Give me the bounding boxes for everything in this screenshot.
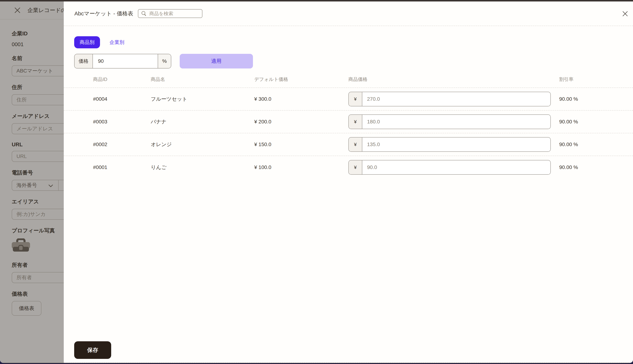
apply-button[interactable]: 適用 <box>180 54 253 68</box>
table-row: #0003 バナナ ¥ 200.0 ¥ 90.00 % <box>64 110 633 133</box>
price-table-modal: Abcマーケット - 価格表 商品別 企業別 <box>64 2 633 363</box>
product-price-group: ¥ <box>348 114 551 129</box>
product-price-group: ¥ <box>348 160 551 175</box>
col-header-discount: 割引率 <box>559 76 633 82</box>
table-row: #0004 フルーツセット ¥ 300.0 ¥ 90.00 % <box>64 88 633 110</box>
tab-by-company[interactable]: 企業別 <box>110 39 124 46</box>
default-price-cell: ¥ 300.0 <box>254 96 348 102</box>
yen-prefix-label: ¥ <box>349 92 362 106</box>
modal-title: Abcマーケット - 価格表 <box>74 10 133 18</box>
tabs: 商品別 企業別 <box>74 36 633 48</box>
table-row: #0001 りんご ¥ 100.0 ¥ 90.00 % <box>64 156 633 179</box>
product-id-cell: #0004 <box>93 96 151 102</box>
discount-rate-cell: 90.00 % <box>559 142 633 148</box>
product-name-cell: フルーツセット <box>151 96 254 102</box>
product-id-cell: #0003 <box>93 119 151 125</box>
modal-header: Abcマーケット - 価格表 <box>64 2 633 26</box>
product-name-cell: バナナ <box>151 118 254 125</box>
product-price-input[interactable] <box>362 92 550 106</box>
save-button[interactable]: 保存 <box>74 341 111 359</box>
modal-close-icon[interactable] <box>622 10 628 17</box>
yen-prefix-label: ¥ <box>349 138 362 152</box>
product-id-cell: #0002 <box>93 142 151 148</box>
table-header-row: 商品ID 商品名 デフォルト価格 商品価格 割引率 <box>64 76 633 88</box>
product-price-input[interactable] <box>362 115 550 129</box>
table-row: #0002 オレンジ ¥ 150.0 ¥ 90.00 % <box>64 133 633 156</box>
product-name-cell: オレンジ <box>151 141 254 148</box>
default-price-cell: ¥ 150.0 <box>254 142 348 148</box>
product-price-input[interactable] <box>362 138 550 152</box>
col-header-product-id: 商品ID <box>93 76 151 82</box>
screen: 企業レコードの 企業ID 0001 名前 住所 メールアドレス URL 電話番号… <box>0 0 633 364</box>
yen-prefix-label: ¥ <box>349 115 362 129</box>
default-price-cell: ¥ 100.0 <box>254 164 348 170</box>
price-filter-row: 価格 % 適用 <box>74 54 633 68</box>
product-price-group: ¥ <box>348 137 551 152</box>
percent-input[interactable] <box>93 54 158 68</box>
default-price-cell: ¥ 200.0 <box>254 119 348 125</box>
product-price-input[interactable] <box>362 160 550 174</box>
percent-suffix-label: % <box>158 54 171 68</box>
col-header-product-price: 商品価格 <box>348 76 559 82</box>
product-name-cell: りんご <box>151 164 254 171</box>
table-body: #0004 フルーツセット ¥ 300.0 ¥ 90.00 % #0003 バナ… <box>64 88 633 179</box>
product-search-input[interactable] <box>149 11 197 16</box>
product-price-group: ¥ <box>348 92 551 106</box>
col-header-product-name: 商品名 <box>151 76 254 82</box>
app-window: 企業レコードの 企業ID 0001 名前 住所 メールアドレス URL 電話番号… <box>0 2 633 363</box>
tab-by-product[interactable]: 商品別 <box>74 36 100 48</box>
discount-rate-cell: 90.00 % <box>559 164 633 170</box>
discount-rate-cell: 90.00 % <box>559 119 633 125</box>
product-search-box[interactable] <box>138 9 202 18</box>
yen-prefix-label: ¥ <box>349 160 362 174</box>
price-prefix-label: 価格 <box>74 54 93 68</box>
col-header-default-price: デフォルト価格 <box>254 76 348 82</box>
price-percent-group: 価格 % <box>74 54 171 68</box>
product-id-cell: #0001 <box>93 164 151 170</box>
search-icon <box>141 10 147 16</box>
discount-rate-cell: 90.00 % <box>559 96 633 102</box>
